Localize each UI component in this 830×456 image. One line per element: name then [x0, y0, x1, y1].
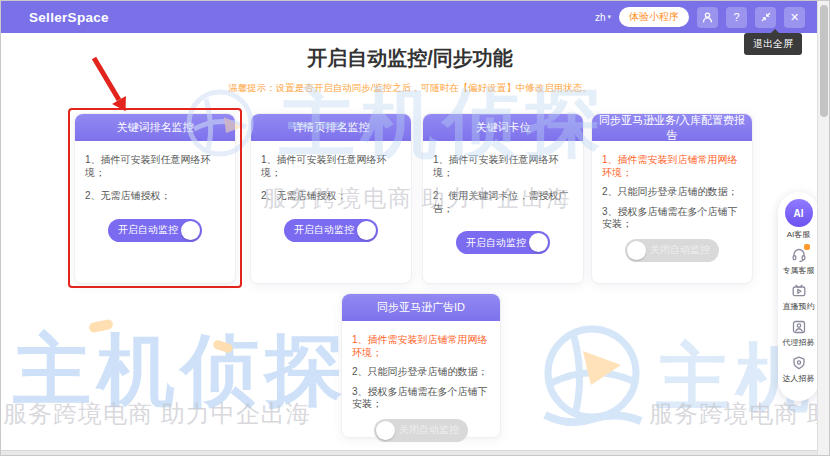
- card-item: 3、授权多店铺需在多个店铺下安装；: [352, 386, 490, 411]
- card-title: 同步亚马逊业务/入库配置费报告: [592, 114, 752, 141]
- sidebar-item-label: 专属客服: [783, 265, 815, 276]
- watermark-brand: 主机侦探: [13, 319, 349, 424]
- exit-fullscreen-tooltip: 退出全屏: [744, 33, 802, 55]
- watermark-slogan: 服务跨境电商 助力中企出海: [3, 398, 311, 430]
- close-button[interactable]: ✕: [784, 7, 805, 28]
- watermark-slogan: 服务跨境电商 助力中企出海: [649, 398, 830, 430]
- toggle-knob: [181, 221, 200, 240]
- toggle-wrap: 开启自动监控: [261, 219, 401, 242]
- card-body: 1、插件可安装到任意网络环境； 2、无需店铺授权； 开启自动监控: [75, 141, 235, 242]
- card-item: 2、使用关键词卡位，需授权广告；: [433, 190, 573, 215]
- toggle-label: 开启自动监控: [294, 223, 354, 237]
- language-code: zh: [595, 12, 606, 23]
- card-title: 关键词排名监控: [75, 114, 235, 141]
- scrollbar-thumb[interactable]: [820, 5, 828, 117]
- card-item: 2、只能同步登录店铺的数据；: [352, 366, 490, 379]
- agent-person-icon: [791, 319, 807, 335]
- card-body: 1、插件可安装到任意网络环境； 2、使用关键词卡位，需授权广告； 开启自动监控: [423, 141, 583, 254]
- card-keyword-rank-monitor: 关键词排名监控 1、插件可安装到任意网络环境； 2、无需店铺授权； 开启自动监控: [74, 113, 236, 284]
- sidebar-item-label: 直播预约: [783, 301, 815, 312]
- card-item: 2、无需店铺授权；: [85, 190, 225, 203]
- topbar-actions: zh ▾ 体验小程序 ? ✕: [595, 7, 819, 28]
- mini-program-button[interactable]: 体验小程序: [619, 7, 689, 27]
- card-title: 同步亚马逊广告ID: [342, 294, 500, 321]
- toggle-knob: [376, 421, 395, 440]
- language-selector[interactable]: zh ▾: [595, 12, 611, 23]
- card-item-highlight: 1、插件需安装到店铺常用网络环境；: [352, 334, 490, 359]
- toggle-wrap: 关闭自动监控: [352, 419, 490, 442]
- card-sync-amazon-business: 同步亚马逊业务/入库配置费报告 1、插件需安装到店铺常用网络环境； 2、只能同步…: [591, 113, 753, 284]
- card-item: 2、无需店铺授权；: [261, 190, 401, 203]
- auto-monitor-toggle[interactable]: 关闭自动监控: [625, 239, 719, 262]
- toggle-label: 关闭自动监控: [650, 243, 710, 257]
- ai-robot-icon: AI: [785, 199, 813, 227]
- close-icon: ✕: [790, 11, 799, 24]
- card-title: 关键词卡位: [423, 114, 583, 141]
- app-logo: SellerSpace: [29, 10, 109, 25]
- toggle-label: 关闭自动监控: [399, 423, 459, 437]
- card-body: 1、插件需安装到店铺常用网络环境； 2、只能同步登录店铺的数据； 3、授权多店铺…: [342, 321, 500, 442]
- card-item: 1、插件可安装到任意网络环境；: [85, 154, 225, 179]
- toggle-label: 开启自动监控: [118, 223, 178, 237]
- card-item: 3、授权多店铺需在多个店铺下安装；: [602, 206, 742, 231]
- card-item: 2、只能同步登录店铺的数据；: [602, 186, 742, 199]
- toggle-knob: [627, 241, 646, 260]
- sidebar-item-label: 代理招募: [783, 337, 815, 348]
- card-detail-page-rank-monitor: 详情页排名监控 1、插件可安装到任意网络环境； 2、无需店铺授权； 开启自动监控: [250, 113, 412, 284]
- watermark-accent: [212, 339, 234, 354]
- toggle-knob: [357, 221, 376, 240]
- exit-fullscreen-button[interactable]: [755, 7, 776, 28]
- help-icon: ?: [733, 11, 739, 23]
- notification-badge: [804, 244, 810, 250]
- card-body: 1、插件需安装到店铺常用网络环境； 2、只能同步登录店铺的数据； 3、授权多店铺…: [592, 141, 752, 262]
- badge-shield-icon: [791, 355, 807, 371]
- user-button[interactable]: [697, 7, 718, 28]
- auto-monitor-toggle[interactable]: 开启自动监控: [108, 219, 202, 242]
- scrollbar-track[interactable]: [817, 1, 829, 456]
- card-body: 1、插件可安装到任意网络环境； 2、无需店铺授权； 开启自动监控: [251, 141, 411, 242]
- window-bottom-edge: [1, 450, 830, 455]
- page-title: 开启自动监控/同步功能: [1, 45, 819, 72]
- toggle-knob: [529, 233, 548, 252]
- top-bar: SellerSpace zh ▾ 体验小程序 ?: [1, 1, 819, 33]
- sidebar-item-label: AI客服: [787, 229, 811, 240]
- auto-monitor-toggle[interactable]: 关闭自动监控: [374, 419, 468, 442]
- live-video-icon: [791, 283, 807, 299]
- watermark-accent: [88, 319, 114, 334]
- card-item: 1、插件可安装到任意网络环境；: [261, 154, 401, 179]
- sidebar-item-dedicated-service[interactable]: 专属客服: [783, 246, 815, 276]
- card-item: 1、插件可安装到任意网络环境；: [433, 154, 573, 179]
- card-item-highlight: 1、插件需安装到店铺常用网络环境；: [602, 154, 742, 179]
- sidebar-item-live-booking[interactable]: 直播预约: [783, 282, 815, 312]
- toggle-label: 开启自动监控: [466, 236, 526, 250]
- card-keyword-slot: 关键词卡位 1、插件可安装到任意网络环境； 2、使用关键词卡位，需授权广告； 开…: [422, 113, 584, 284]
- auto-monitor-toggle[interactable]: 开启自动监控: [284, 219, 378, 242]
- toggle-wrap: 开启自动监控: [433, 231, 573, 254]
- exit-fullscreen-icon: [760, 11, 772, 23]
- sidebar-item-ai-service[interactable]: AI AI客服: [785, 199, 813, 240]
- side-toolbar: AI AI客服 专属客服: [778, 192, 819, 401]
- user-icon: [701, 11, 714, 24]
- card-sync-amazon-ad-id: 同步亚马逊广告ID 1、插件需安装到店铺常用网络环境； 2、只能同步登录店铺的数…: [341, 293, 501, 438]
- chevron-down-icon: ▾: [607, 13, 611, 21]
- sidebar-item-agent-recruit[interactable]: 代理招募: [783, 318, 815, 348]
- notice-text: 温馨提示：设置是否开启自动同步/监控之后，可随时在【偏好设置】中修改启用状态。: [1, 82, 819, 95]
- card-title: 详情页排名监控: [251, 114, 411, 141]
- sidebar-item-influencer-recruit[interactable]: 达人招募: [783, 354, 815, 384]
- watermark-logo: [539, 323, 645, 435]
- help-button[interactable]: ?: [726, 7, 747, 28]
- toggle-wrap: 关闭自动监控: [602, 239, 742, 262]
- toggle-wrap: 开启自动监控: [85, 219, 225, 242]
- sidebar-item-label: 达人招募: [783, 373, 815, 384]
- app-window: 主机侦探 服务跨境电商 助力中企出海 主机侦探 服务跨境电商 助力中企出海 主机…: [0, 0, 830, 456]
- auto-monitor-toggle[interactable]: 开启自动监控: [456, 231, 550, 254]
